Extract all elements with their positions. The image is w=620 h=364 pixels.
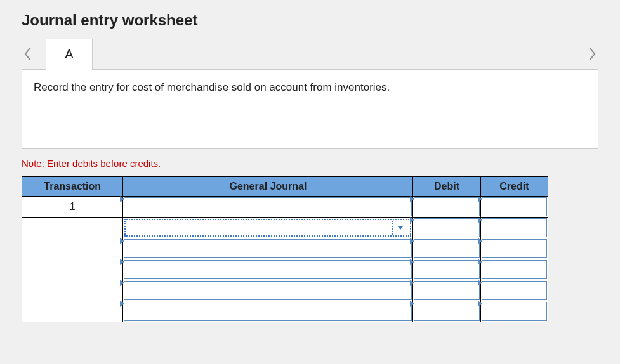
debit-cell[interactable] — [413, 259, 480, 280]
table-row: 1 — [22, 197, 548, 218]
debit-cell[interactable] — [413, 218, 480, 238]
general-journal-cell[interactable] — [123, 301, 413, 322]
general-journal-cell[interactable] — [123, 280, 413, 301]
cell-marker-icon — [478, 196, 482, 202]
dropdown-toggle[interactable] — [392, 221, 407, 235]
tab-a[interactable]: A — [46, 39, 93, 70]
debit-cell[interactable] — [413, 197, 480, 218]
credit-cell[interactable] — [480, 218, 548, 238]
cell-marker-icon — [120, 301, 124, 307]
general-journal-cell[interactable] — [123, 218, 413, 238]
general-journal-cell[interactable] — [123, 197, 413, 218]
credit-cell[interactable] — [480, 301, 548, 322]
table-row — [22, 238, 548, 259]
prev-arrow-button[interactable] — [22, 42, 34, 65]
transaction-cell[interactable]: 1 — [22, 197, 123, 218]
table-header-row: Transaction General Journal Debit Credit — [22, 177, 548, 197]
cell-marker-icon — [410, 280, 414, 286]
cell-marker-icon — [120, 280, 124, 286]
credit-cell[interactable] — [480, 259, 548, 280]
cell-marker-icon — [478, 301, 482, 307]
cell-marker-icon — [120, 238, 124, 244]
cell-marker-icon — [478, 259, 482, 265]
cell-marker-icon — [410, 217, 414, 223]
caret-down-icon — [397, 226, 404, 230]
cell-marker-icon — [410, 196, 414, 202]
next-arrow-button[interactable] — [586, 42, 598, 65]
cell-marker-icon — [478, 217, 482, 223]
col-general-journal: General Journal — [123, 177, 413, 197]
transaction-cell[interactable] — [22, 259, 123, 280]
instruction-panel: Record the entry for cost of merchandise… — [22, 69, 598, 149]
svg-marker-0 — [397, 226, 404, 230]
debit-cell[interactable] — [413, 280, 480, 301]
table-row — [22, 280, 548, 301]
credit-cell[interactable] — [480, 238, 548, 259]
credit-cell[interactable] — [480, 280, 548, 301]
general-journal-cell[interactable] — [123, 259, 413, 280]
col-transaction: Transaction — [22, 177, 123, 197]
chevron-left-icon — [23, 46, 32, 62]
table-row — [22, 218, 548, 238]
cell-marker-icon — [478, 280, 482, 286]
cell-marker-icon — [478, 238, 482, 244]
debit-cell[interactable] — [413, 301, 480, 322]
credit-cell[interactable] — [480, 197, 548, 218]
debit-cell[interactable] — [413, 238, 480, 259]
transaction-cell[interactable] — [22, 301, 123, 322]
table-row — [22, 301, 548, 322]
transaction-cell[interactable] — [22, 280, 123, 301]
col-debit: Debit — [413, 177, 480, 197]
cell-marker-icon — [410, 301, 414, 307]
cell-marker-icon — [120, 259, 124, 265]
cell-marker-icon — [410, 259, 414, 265]
instruction-text: Record the entry for cost of merchandise… — [34, 81, 390, 93]
transaction-cell[interactable] — [22, 238, 123, 259]
chevron-right-icon — [588, 46, 597, 62]
note-text: Note: Enter debits before credits. — [22, 158, 598, 169]
table-row — [22, 259, 548, 280]
account-dropdown[interactable] — [124, 219, 411, 237]
col-credit: Credit — [480, 177, 548, 197]
page-title: Journal entry worksheet — [22, 11, 598, 29]
cell-marker-icon — [120, 196, 124, 202]
tab-row: A — [22, 38, 598, 70]
journal-table: Transaction General Journal Debit Credit… — [22, 176, 548, 322]
general-journal-cell[interactable] — [123, 238, 413, 259]
cell-marker-icon — [410, 238, 414, 244]
transaction-cell[interactable] — [22, 218, 123, 238]
